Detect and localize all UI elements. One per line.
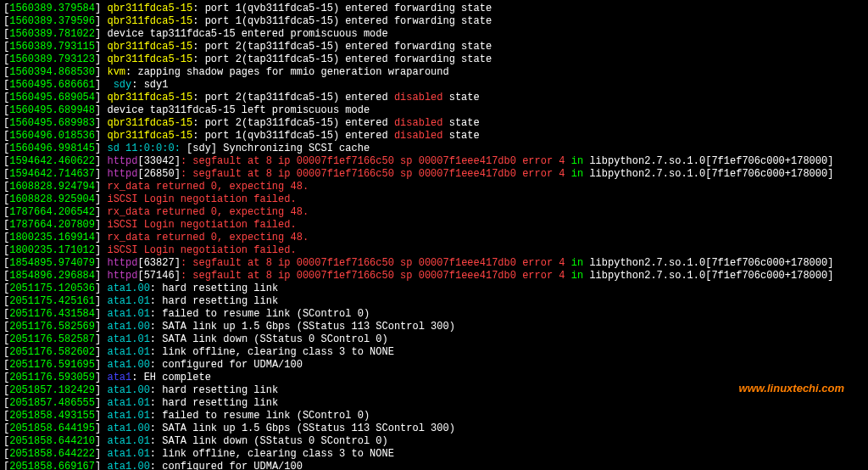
log-message: : SATA link up 1.5 Gbps (SStatus 113 SCo… [150, 422, 455, 434]
log-source: ata1.00 [107, 359, 149, 371]
log-source: httpd [107, 155, 137, 167]
log-message: : port 1(qvb311fdca5-15) entered forward… [192, 3, 492, 14]
log-timestamp: 2051858.669167 [9, 461, 95, 470]
log-line: [1560394.868530] kvm: zapping shadow pag… [3, 66, 865, 79]
log-line: [1560389.793123] qbr311fdca5-15: port 2(… [3, 53, 865, 66]
log-message: : link offline, clearing class 3 to NONE [150, 346, 394, 358]
log-timestamp: 1560495.689054 [9, 92, 95, 104]
log-timestamp: 1560389.379584 [9, 3, 95, 14]
log-message: [sdy] Synchronizing SCSI cache [186, 143, 370, 154]
log-message: : hard resetting link [150, 397, 278, 409]
log-source: qbr311fdca5-15 [107, 117, 192, 129]
log-source: ata1 [107, 372, 131, 383]
log-source: ata1.01 [107, 295, 149, 307]
log-source: httpd [107, 168, 137, 180]
log-source: iSCSI Login negotiation failed. [107, 193, 296, 205]
log-timestamp: 2051176.582587 [9, 333, 95, 345]
log-timestamp: 2051176.582569 [9, 321, 95, 333]
log-source: ata1.00 [107, 283, 149, 294]
log-line: [2051176.591695] ata1.00: configured for… [3, 359, 865, 372]
terminal-output[interactable]: [1560389.379584] qbr311fdca5-15: port 1(… [0, 0, 868, 470]
log-timestamp: 2051858.493155 [9, 410, 95, 422]
log-source: ata1.01 [107, 333, 149, 345]
log-timestamp: 2051858.644210 [9, 435, 95, 447]
log-source: ata1.01 [107, 346, 149, 358]
log-message: : hard resetting link [150, 295, 278, 307]
log-message: : configured for UDMA/100 [150, 359, 303, 371]
log-timestamp: 1560495.686661 [9, 79, 95, 91]
log-source: ata1.01 [107, 308, 149, 320]
log-source: qbr311fdca5-15 [107, 3, 192, 14]
log-timestamp: 1854895.974079 [9, 257, 95, 269]
log-timestamp: 1594642.460622 [9, 155, 95, 167]
log-line: [2051176.593059] ata1: EH complete [3, 372, 865, 384]
log-line: [2051176.582602] ata1.01: link offline, … [3, 346, 865, 359]
log-source: iSCSI Login negotiation failed. [107, 219, 296, 231]
log-timestamp: 1787664.207809 [9, 219, 95, 231]
log-line: [1560496.998145] sd 11:0:0:0: [sdy] Sync… [3, 143, 865, 155]
log-line: [1787664.206542] rx_data returned 0, exp… [3, 206, 865, 219]
log-line: [2051858.644210] ata1.01: SATA link down… [3, 435, 865, 448]
log-timestamp: 2051175.425161 [9, 295, 95, 307]
log-line: [1800235.171012] iSCSI Login negotiation… [3, 244, 865, 257]
log-line: [1800235.169914] rx_data returned 0, exp… [3, 232, 865, 244]
log-line: [2051858.644222] ata1.01: link offline, … [3, 448, 865, 461]
log-line: [2051858.644195] ata1.00: SATA link up 1… [3, 422, 865, 435]
log-timestamp: 1560496.018536 [9, 130, 95, 142]
log-line: [2051175.425161] ata1.01: hard resetting… [3, 295, 865, 308]
log-source: httpd [107, 257, 137, 269]
log-source: ata1.00 [107, 422, 149, 434]
log-line: [1854895.974079] httpd[63827]: segfault … [3, 257, 865, 270]
log-message: : SATA link down (SStatus 0 SControl 0) [150, 333, 388, 345]
log-line: [1608828.925904] iSCSI Login negotiation… [3, 193, 865, 206]
log-source: qbr311fdca5-15 [107, 130, 192, 142]
log-line: [1560495.689948] device tap311fdca5-15 l… [3, 104, 865, 117]
log-timestamp: 1560496.998145 [9, 143, 95, 154]
log-timestamp: 1608828.924794 [9, 181, 95, 193]
log-timestamp: 1560495.689983 [9, 117, 95, 129]
log-timestamp: 2051176.591695 [9, 359, 95, 371]
log-message: : port 2(tap311fdca5-15) entered forward… [192, 41, 492, 53]
log-line: [1560496.018536] qbr311fdca5-15: port 1(… [3, 130, 865, 143]
log-line: [1560495.689054] qbr311fdca5-15: port 2(… [3, 92, 865, 104]
log-error: : segfault at 8 ip 00007f1ef7166c50 sp 0… [181, 270, 565, 282]
log-source: sdy [107, 79, 131, 91]
log-source: qbr311fdca5-15 [107, 15, 192, 27]
log-timestamp: 2051857.486555 [9, 397, 95, 409]
log-timestamp: 2051857.182429 [9, 384, 95, 396]
log-message: : configured for UDMA/100 [150, 461, 303, 470]
log-message: device tap311fdca5-15 entered promiscuou… [107, 28, 387, 40]
log-source: kvm [107, 66, 125, 78]
log-message: : EH complete [131, 372, 211, 383]
log-message: : port 1(qvb311fdca5-15) entered forward… [192, 15, 492, 27]
log-line: [1594642.714637] httpd[26850]: segfault … [3, 168, 865, 181]
log-message: : link offline, clearing class 3 to NONE [150, 448, 394, 460]
log-line: [1608828.924794] rx_data returned 0, exp… [3, 181, 865, 193]
log-message: device tap311fdca5-15 left promiscuous m… [107, 104, 370, 116]
log-timestamp: 2051176.582602 [9, 346, 95, 358]
log-source: httpd [107, 270, 137, 282]
log-message: : SATA link up 1.5 Gbps (SStatus 113 SCo… [150, 321, 455, 333]
log-timestamp: 1560389.793123 [9, 53, 95, 65]
log-message: : sdy1 [131, 79, 168, 91]
log-line: [2051857.182429] ata1.00: hard resetting… [3, 384, 865, 397]
log-source: rx_data returned 0, expecting 48. [107, 232, 309, 243]
log-message: : port 2(tap311fdca5-15) entered forward… [192, 53, 492, 65]
log-timestamp: 1594642.714637 [9, 168, 95, 180]
log-line: [1560495.686661] sdy: sdy1 [3, 79, 865, 92]
log-line: [1560389.379596] qbr311fdca5-15: port 1(… [3, 15, 865, 28]
log-source: ata1.01 [107, 410, 149, 422]
log-line: [1560389.793115] qbr311fdca5-15: port 2(… [3, 41, 865, 53]
log-line: [1594642.460622] httpd[33042]: segfault … [3, 155, 865, 168]
watermark-text: www.linuxtechi.com [739, 382, 844, 394]
log-timestamp: 1560389.793115 [9, 41, 95, 53]
log-line: [1560495.689983] qbr311fdca5-15: port 2(… [3, 117, 865, 130]
log-source: qbr311fdca5-15 [107, 41, 192, 53]
log-source: ata1.01 [107, 397, 149, 409]
log-timestamp: 1560389.781022 [9, 28, 95, 40]
log-line: [2051176.582569] ata1.00: SATA link up 1… [3, 321, 865, 333]
log-timestamp: 1800235.171012 [9, 244, 95, 256]
log-error: : segfault at 8 ip 00007f1ef7166c50 sp 0… [181, 155, 565, 167]
log-line: [1854896.296884] httpd[57146]: segfault … [3, 270, 865, 283]
log-line: [1787664.207809] iSCSI Login negotiation… [3, 219, 865, 232]
